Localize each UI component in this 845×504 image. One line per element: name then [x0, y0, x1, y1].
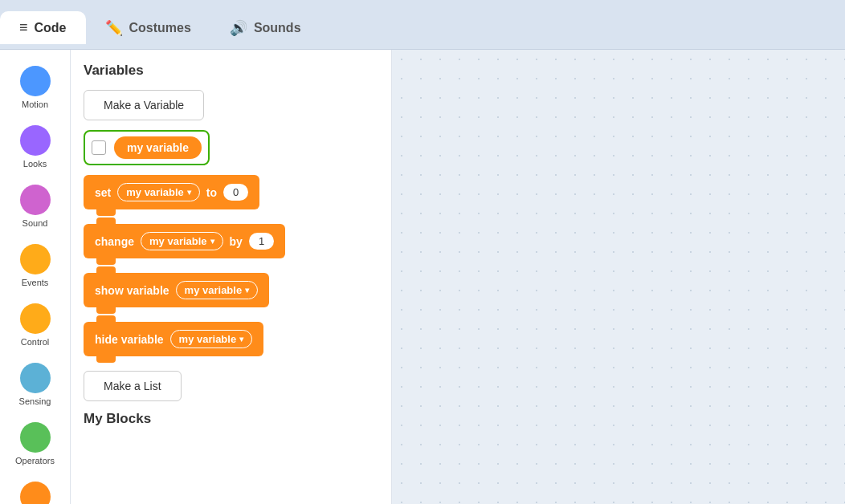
sidebar-item-control[interactable]: Control [0, 297, 70, 353]
sidebar-item-operators[interactable]: Operators [0, 416, 70, 472]
sidebar-label-control: Control [21, 337, 49, 347]
show-dropdown-arrow: ▾ [245, 286, 249, 295]
events-icon [20, 244, 51, 274]
hide-dropdown-value: my variable [179, 333, 237, 345]
tab-sounds[interactable]: 🔊 Sounds [210, 11, 320, 45]
show-variable-dropdown[interactable]: my variable ▾ [176, 281, 259, 299]
set-dropdown-value: my variable [126, 186, 184, 198]
sidebar-label-sensing: Sensing [19, 396, 51, 406]
sidebar-item-motion[interactable]: Motion [0, 59, 70, 116]
set-label: set [95, 186, 111, 199]
variable-row: my variable [84, 130, 210, 165]
set-dropdown-arrow: ▾ [187, 188, 191, 197]
variables-title: Variables [84, 63, 378, 79]
main-area: Motion Looks Sound Events Control Sensin… [0, 50, 845, 504]
looks-icon [20, 125, 51, 156]
sensing-icon [20, 363, 51, 393]
tab-costumes-label: Costumes [129, 21, 191, 35]
by-label: by [230, 235, 243, 248]
canvas-area[interactable] [392, 50, 845, 504]
change-label: change [95, 235, 134, 248]
blocks-section: set my variable ▾ to 0 change my variabl… [84, 175, 378, 401]
hide-variable-block[interactable]: hide variable my variable ▾ [84, 322, 263, 356]
change-variable-block[interactable]: change my variable ▾ by 1 [84, 224, 285, 258]
sidebar-item-events[interactable]: Events [0, 238, 70, 294]
sounds-icon: 🔊 [230, 19, 247, 37]
my-blocks-title: My Blocks [84, 411, 378, 427]
show-dropdown-value: my variable [185, 284, 243, 296]
sidebar-label-operators: Operators [15, 456, 55, 465]
control-icon [20, 303, 51, 334]
block-panel: Variables Make a Variable my variable se… [71, 50, 392, 504]
tab-bar: ≡ Code ✏️ Costumes 🔊 Sounds [0, 0, 845, 50]
set-variable-dropdown[interactable]: my variable ▾ [117, 183, 200, 201]
set-variable-block[interactable]: set my variable ▾ to 0 [84, 175, 259, 209]
sidebar: Motion Looks Sound Events Control Sensin… [0, 50, 71, 504]
hide-variable-dropdown[interactable]: my variable ▾ [170, 330, 253, 348]
sidebar-item-sensing[interactable]: Sensing [0, 356, 70, 413]
change-value: 1 [259, 235, 264, 247]
hide-dropdown-arrow: ▾ [239, 335, 243, 343]
change-value-input[interactable]: 1 [249, 233, 274, 250]
set-value-input[interactable]: 0 [223, 184, 248, 201]
change-dropdown-arrow: ▾ [210, 237, 214, 246]
to-label: to [206, 186, 217, 199]
variable-checkbox[interactable] [92, 140, 106, 155]
variable-name: my variable [127, 141, 189, 154]
sound-icon [20, 185, 51, 215]
tab-code-label: Code [35, 21, 67, 35]
variables-icon [20, 482, 51, 504]
sidebar-label-motion: Motion [22, 100, 48, 109]
sidebar-item-variables[interactable]: Variables [0, 475, 70, 504]
sidebar-label-events: Events [22, 278, 49, 287]
show-label: show variable [95, 284, 169, 297]
change-dropdown-value: my variable [149, 235, 207, 247]
hide-label: hide variable [95, 333, 164, 346]
code-icon: ≡ [19, 19, 28, 36]
variable-pill[interactable]: my variable [114, 136, 202, 159]
operators-icon [20, 422, 51, 453]
sidebar-item-looks[interactable]: Looks [0, 119, 70, 175]
tab-sounds-label: Sounds [254, 21, 301, 35]
motion-icon [20, 66, 51, 96]
show-variable-block[interactable]: show variable my variable ▾ [84, 273, 269, 307]
sidebar-label-sound: Sound [22, 218, 48, 228]
set-value: 0 [233, 186, 239, 198]
tab-costumes[interactable]: ✏️ Costumes [86, 11, 210, 45]
make-variable-button[interactable]: Make a Variable [84, 90, 204, 120]
change-variable-dropdown[interactable]: my variable ▾ [141, 232, 223, 250]
costumes-icon: ✏️ [105, 19, 123, 37]
sidebar-label-looks: Looks [23, 159, 47, 169]
sidebar-item-sound[interactable]: Sound [0, 178, 70, 234]
tab-code[interactable]: ≡ Code [0, 11, 86, 44]
make-list-button[interactable]: Make a List [84, 371, 182, 401]
